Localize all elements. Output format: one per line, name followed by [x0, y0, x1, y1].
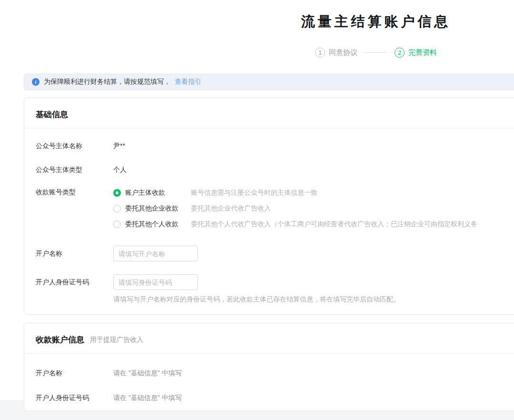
step-2-circle: 2: [395, 48, 405, 58]
subject-name-label: 公众号主体名称: [36, 142, 113, 150]
radio-unselected-icon[interactable]: [113, 205, 121, 212]
payee-account-name-value: 请在 "基础信息" 中填写: [113, 369, 182, 378]
basic-info-card-header: 基础信息: [24, 98, 514, 129]
option-entrust-company-desc: 委托其他企业代收广告收入: [191, 204, 271, 213]
payee-account-name-label: 开户名称: [36, 369, 113, 378]
payee-account-card-header: 收款账户信息 用于提现广告收入: [24, 323, 514, 354]
id-number-label: 开户人身份证号码: [36, 278, 113, 287]
page-title: 流量主结算账户信息: [24, 12, 514, 31]
account-type-label: 收款账号类型: [36, 188, 113, 197]
id-number-input[interactable]: [113, 274, 198, 290]
account-name-row: 开户名称: [36, 246, 514, 261]
step-1-circle: 1: [315, 48, 325, 58]
subject-type-row: 公众号主体类型 个人: [36, 166, 514, 174]
step-agree-protocol: 1 同意协议: [315, 48, 357, 58]
step-connector-line: [365, 52, 387, 53]
wizard-steps: 1 同意协议 2 完善资料: [24, 48, 514, 58]
option-entrust-person[interactable]: 委托其他个人收款 委托其他个人代收广告收入（个体工商户可由经营者代收广告收入；已…: [113, 220, 477, 229]
account-name-input[interactable]: [113, 246, 198, 261]
step-complete-info: 2 完善资料: [395, 48, 437, 58]
option-entrust-company[interactable]: 委托其他企业收款 委托其他企业代收广告收入: [113, 204, 477, 213]
payee-account-card: 收款账户信息 用于提现广告收入 开户名称 请在 "基础信息" 中填写 开户人身份…: [24, 323, 514, 411]
notice-banner: i 为保障顺利进行财务结算，请按规范填写， 查看指引: [24, 74, 514, 90]
id-number-row: 开户人身份证号码: [36, 274, 514, 290]
payee-account-card-subtitle: 用于提现广告收入: [90, 336, 143, 344]
notice-text: 为保障顺利进行财务结算，请按规范填写，: [44, 78, 170, 86]
view-guide-link[interactable]: 查看指引: [175, 78, 201, 86]
option-subject-receive-desc: 账号信息需与注册公众号时的主体信息一致: [191, 189, 317, 197]
account-type-options: 账户主体收款 账号信息需与注册公众号时的主体信息一致 委托其他企业收款 委托其他…: [113, 188, 477, 235]
id-number-helper-text: 请填写与开户名称对应的身份证号码，若此收款主体已存在结算信息，将在填写完毕后自动…: [113, 295, 400, 304]
payee-id-number-value: 请在 "基础信息" 中填写: [113, 394, 182, 402]
subject-type-value: 个人: [113, 166, 127, 174]
payee-account-name-row: 开户名称 请在 "基础信息" 中填写: [36, 369, 514, 378]
account-type-row: 收款账号类型 账户主体收款 账号信息需与注册公众号时的主体信息一致 委托其他企业…: [36, 188, 514, 235]
option-entrust-company-label: 委托其他企业收款: [125, 204, 178, 213]
payee-id-number-label: 开户人身份证号码: [36, 394, 113, 402]
option-entrust-person-label: 委托其他个人收款: [125, 220, 178, 229]
radio-selected-icon[interactable]: [113, 189, 121, 197]
payee-account-card-title: 收款账户信息: [36, 334, 84, 345]
basic-info-card: 基础信息 公众号主体名称 尹** 公众号主体类型 个人 收款账号类型 账户主体收…: [24, 98, 514, 315]
subject-name-value: 尹**: [113, 142, 125, 150]
info-icon: i: [32, 78, 40, 86]
option-subject-receive-label: 账户主体收款: [125, 189, 165, 197]
option-subject-receive[interactable]: 账户主体收款 账号信息需与注册公众号时的主体信息一致: [113, 188, 477, 198]
basic-info-card-title: 基础信息: [36, 109, 68, 120]
radio-unselected-icon[interactable]: [113, 220, 121, 228]
step-2-label: 完善资料: [408, 48, 437, 57]
option-entrust-person-desc: 委托其他个人代收广告收入（个体工商户可由经营者代收广告收入；已注销企业可由指定权…: [191, 220, 477, 229]
payee-id-number-row: 开户人身份证号码 请在 "基础信息" 中填写: [36, 394, 514, 402]
step-1-label: 同意协议: [329, 48, 357, 57]
subject-type-label: 公众号主体类型: [36, 166, 113, 174]
account-name-label: 开户名称: [36, 250, 113, 258]
subject-name-row: 公众号主体名称 尹**: [36, 142, 514, 150]
